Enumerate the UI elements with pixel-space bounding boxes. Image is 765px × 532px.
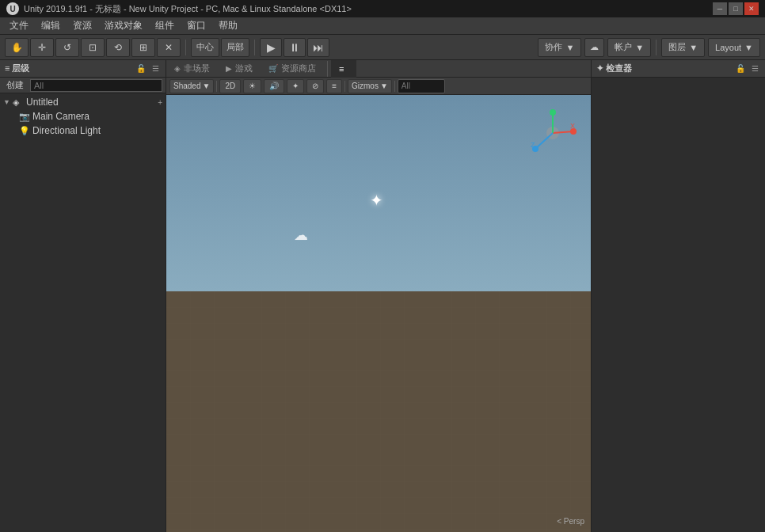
hierarchy-menu-icon[interactable]: ☰	[150, 63, 161, 74]
hierarchy-item-create[interactable]: +	[158, 98, 162, 107]
layout-label: Layout	[715, 43, 741, 52]
inspector-content	[592, 78, 765, 532]
center-area: ◈ 非场景 ▶ 游戏 🛒 资源商店 ≡ Shaded ▼	[166, 60, 591, 532]
layout-button[interactable]: Layout ▼	[708, 38, 760, 57]
gizmos-label: Gizmos	[352, 82, 379, 90]
account-label: 帐户	[615, 41, 632, 53]
cloud-icon: ☁	[294, 226, 308, 244]
dropdown-arrow-layers: ▼	[689, 43, 698, 52]
layers-button[interactable]: 图层 ▼	[661, 38, 705, 57]
hidden-button[interactable]: ⊘	[306, 79, 324, 93]
sun-icon: ✦	[370, 191, 383, 210]
inspector-panel: ✦ 检查器 🔓 ☰	[591, 60, 765, 532]
pause-button[interactable]: ⏸	[284, 38, 306, 57]
hierarchy-title: ≡ 层级	[5, 63, 29, 74]
minimize-button[interactable]: ─	[713, 2, 727, 15]
local-button[interactable]: 局部	[221, 38, 249, 57]
transform-tools: ✋ ✛ ↺ ⊡ ⟲ ⊞ ✕	[5, 38, 181, 57]
play-button[interactable]: ▶	[260, 38, 282, 57]
separator-2	[254, 40, 255, 55]
hand-tool[interactable]: ✋	[5, 38, 29, 57]
pivot-group: 中心 局部	[191, 38, 249, 57]
scene-tab-icon: ◈	[174, 64, 181, 73]
axes-svg: X Y Z	[529, 109, 577, 157]
scene-tabs: ◈ 非场景 ▶ 游戏 🛒 资源商店 ≡	[166, 60, 591, 78]
scene-background: ✦ ☁ X Y	[166, 95, 591, 532]
svg-text:X: X	[570, 122, 575, 130]
separator-1	[185, 40, 186, 55]
menu-assets[interactable]: 资源	[67, 17, 98, 34]
transform-icon: ⊞	[137, 41, 150, 54]
hierarchy-item-scene[interactable]: ▼ ◈ Untitled +	[0, 95, 166, 109]
scene-grid	[166, 291, 591, 532]
window-title: Unity 2019.1.9f1 - 无标题 - New Unity Proje…	[24, 3, 708, 15]
camera-name: Main Camera	[32, 111, 89, 122]
hierarchy-content: ▼ ◈ Untitled + 📷 Main Camera 💡 Direction…	[0, 93, 166, 532]
lighting-button[interactable]: ☀	[243, 79, 261, 93]
transform-tool[interactable]: ⊞	[131, 38, 155, 57]
account-button[interactable]: 帐户 ▼	[607, 38, 651, 57]
gizmo-axes: X Y Z	[529, 109, 577, 157]
toolbar: ✋ ✛ ↺ ⊡ ⟲ ⊞ ✕ 中心 局部 ▶ ⏸ ⏭ 协作 ▼ ☁ 帐户 ▼ 图层…	[0, 35, 765, 60]
shading-label: Shaded	[173, 82, 200, 90]
close-button[interactable]: ✕	[744, 2, 759, 15]
gizmos-dropdown[interactable]: Gizmos ▼	[348, 79, 392, 93]
tab-scene-view[interactable]: ◈ 非场景	[166, 60, 218, 78]
camera-icon: 📷	[19, 111, 30, 122]
scene-search-input[interactable]	[398, 79, 445, 93]
active-scene-label: ≡	[339, 64, 344, 74]
cloud-button[interactable]: ☁	[584, 38, 604, 57]
menu-edit[interactable]: 编辑	[35, 17, 67, 34]
hierarchy-search-input[interactable]	[30, 79, 162, 92]
effects-button[interactable]: ✦	[287, 79, 304, 93]
svg-rect-0	[166, 291, 591, 532]
tab-active-scene[interactable]: ≡	[331, 60, 356, 78]
title-bar: U Unity 2019.1.9f1 - 无标题 - New Unity Pro…	[0, 0, 765, 17]
scene-viewport[interactable]: ✦ ☁ X Y	[166, 95, 591, 532]
inspector-menu-icon[interactable]: ☰	[749, 63, 760, 74]
menu-bar: 文件 编辑 资源 游戏对象 组件 窗口 帮助	[0, 17, 765, 35]
rect-tool[interactable]: ⟲	[106, 38, 130, 57]
move-tool[interactable]: ✛	[30, 38, 54, 57]
light-icon: 💡	[19, 125, 30, 136]
dropdown-arrow-account: ▼	[635, 43, 644, 52]
collaborate-button[interactable]: 协作 ▼	[538, 38, 581, 57]
tab-game[interactable]: ▶ 游戏	[218, 60, 261, 78]
menu-file[interactable]: 文件	[3, 17, 35, 34]
svg-text:Z: Z	[531, 141, 535, 149]
hierarchy-header-icons: 🔓 ☰	[135, 63, 161, 74]
shading-dropdown[interactable]: Shaded ▼	[169, 79, 214, 93]
persp-label: < Persp	[557, 517, 584, 526]
svg-text:Y: Y	[550, 109, 554, 113]
rect-icon: ⟲	[112, 41, 124, 54]
scale-tool[interactable]: ⊡	[81, 38, 105, 57]
step-button[interactable]: ⏭	[307, 38, 329, 57]
center-button[interactable]: 中心	[191, 38, 219, 57]
custom-icon: ✕	[162, 41, 175, 54]
extra-button[interactable]: ≡	[326, 79, 342, 93]
hierarchy-item-camera[interactable]: 📷 Main Camera	[0, 109, 166, 124]
2d-button[interactable]: 2D	[219, 79, 241, 93]
main-layout: ≡ 层级 🔓 ☰ 创建 ▼ ◈ Untitled + 📷 Main Camera	[0, 60, 765, 532]
scene-toolbar: Shaded ▼ 2D ☀ 🔊 ✦ ⊘ ≡ Gizmos ▼	[166, 78, 591, 95]
tab-asset-store[interactable]: 🛒 资源商店	[261, 60, 324, 78]
hierarchy-create-btn[interactable]: 创建	[3, 79, 27, 91]
separator-3	[656, 40, 657, 55]
inspector-lock-icon[interactable]: 🔓	[735, 63, 746, 74]
menu-help[interactable]: 帮助	[212, 17, 244, 34]
lighting-icon: ☀	[249, 82, 256, 90]
dropdown-arrow-layout: ▼	[744, 43, 753, 52]
hierarchy-item-light[interactable]: 💡 Directional Light	[0, 124, 166, 138]
scene-tab-sep	[327, 61, 328, 77]
custom-tool[interactable]: ✕	[157, 38, 181, 57]
menu-component[interactable]: 组件	[149, 17, 181, 34]
rotate-tool[interactable]: ↺	[55, 38, 79, 57]
menu-gameobject[interactable]: 游戏对象	[98, 17, 149, 34]
audio-button[interactable]: 🔊	[264, 79, 284, 93]
effects-icon: ✦	[292, 82, 299, 90]
hierarchy-lock-icon[interactable]: 🔓	[135, 63, 147, 74]
menu-window[interactable]: 窗口	[181, 17, 212, 34]
game-tab-label: 游戏	[235, 63, 253, 74]
maximize-button[interactable]: □	[729, 2, 743, 15]
unity-logo: U	[6, 2, 19, 15]
